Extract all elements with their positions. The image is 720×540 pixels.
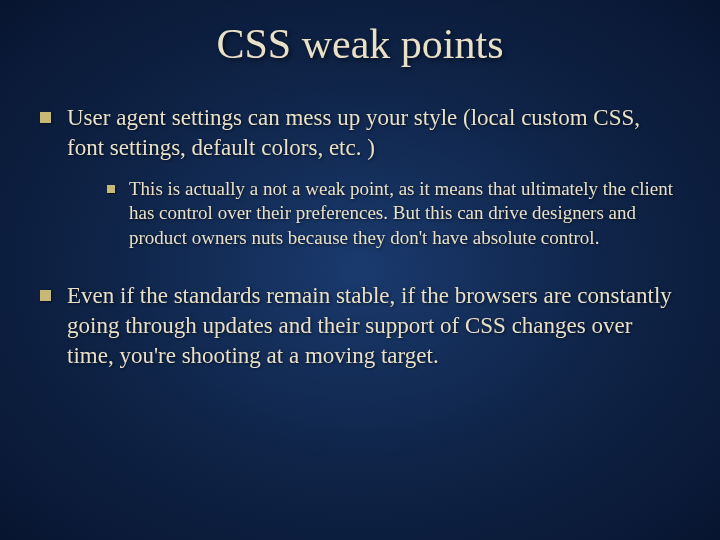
sub-bullet-item: This is actually a not a weak point, as … bbox=[107, 177, 680, 251]
bullet-item: User agent settings can mess up your sty… bbox=[40, 103, 680, 269]
bullet-list: User agent settings can mess up your sty… bbox=[40, 103, 680, 371]
slide-container: CSS weak points User agent settings can … bbox=[0, 0, 720, 540]
sub-bullet-list: This is actually a not a weak point, as … bbox=[67, 177, 680, 251]
square-bullet-icon bbox=[40, 290, 51, 301]
square-bullet-icon bbox=[40, 112, 51, 123]
square-bullet-icon bbox=[107, 185, 115, 193]
slide-title: CSS weak points bbox=[40, 20, 680, 68]
bullet-text: User agent settings can mess up your sty… bbox=[67, 105, 640, 160]
bullet-content: User agent settings can mess up your sty… bbox=[67, 103, 680, 269]
bullet-text: Even if the standards remain stable, if … bbox=[67, 281, 680, 371]
bullet-item: Even if the standards remain stable, if … bbox=[40, 281, 680, 371]
sub-bullet-text: This is actually a not a weak point, as … bbox=[129, 177, 680, 251]
